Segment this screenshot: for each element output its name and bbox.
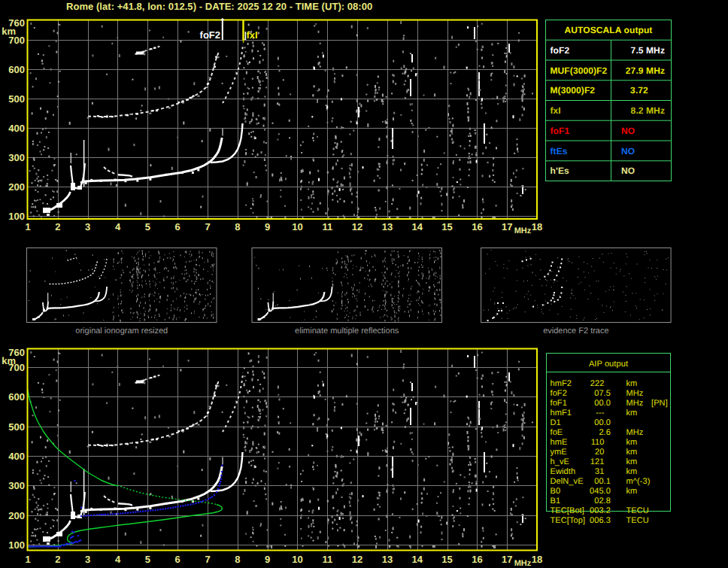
svg-text:AIP output: AIP output: [589, 360, 628, 369]
svg-text:7.5 MHz: 7.5 MHz: [631, 45, 665, 56]
svg-text:4: 4: [115, 554, 121, 565]
svg-text:fxI: fxI: [247, 29, 258, 41]
svg-text:km: km: [626, 409, 638, 418]
svg-text:17: 17: [502, 554, 512, 565]
svg-text:700: 700: [8, 362, 25, 373]
svg-text:00.1: 00.1: [594, 477, 611, 486]
svg-text:14: 14: [412, 554, 423, 565]
svg-text:12: 12: [352, 221, 362, 232]
svg-text:ftEs: ftEs: [551, 146, 568, 156]
svg-text:B0: B0: [551, 487, 561, 496]
svg-text:7: 7: [205, 554, 210, 565]
svg-text:km: km: [626, 438, 638, 447]
svg-text:500: 500: [8, 93, 25, 105]
svg-text:MHz: MHz: [514, 226, 532, 235]
svg-text:400: 400: [8, 451, 25, 462]
svg-text:2: 2: [55, 221, 60, 232]
svg-text:14: 14: [412, 221, 423, 232]
svg-text:NO: NO: [621, 126, 635, 136]
svg-text:original ionogram resized: original ionogram resized: [75, 327, 168, 336]
svg-text:300: 300: [8, 152, 25, 163]
svg-text:300: 300: [8, 480, 25, 491]
svg-text:DelN_vE: DelN_vE: [551, 477, 584, 486]
svg-text:fxI: fxI: [551, 105, 561, 116]
svg-text:200: 200: [8, 181, 25, 193]
svg-text:[PN]: [PN]: [651, 399, 668, 408]
svg-text:MHz: MHz: [626, 428, 644, 437]
svg-text:400: 400: [8, 123, 25, 134]
svg-text:km: km: [626, 457, 638, 466]
svg-text:12: 12: [352, 554, 362, 565]
svg-text:100: 100: [8, 539, 25, 551]
svg-text:---: ---: [596, 409, 605, 418]
svg-text:hmF2: hmF2: [551, 379, 572, 388]
svg-text:2.6: 2.6: [599, 428, 611, 437]
svg-text:NO: NO: [621, 146, 635, 156]
svg-text:9: 9: [265, 221, 270, 232]
svg-text:foF2: foF2: [551, 45, 570, 56]
svg-text:hmE: hmE: [551, 438, 568, 447]
svg-text:Ewidth: Ewidth: [551, 467, 576, 476]
svg-text:045.0: 045.0: [590, 487, 611, 496]
svg-text:00.0: 00.0: [594, 418, 611, 427]
svg-text:foF1: foF1: [551, 126, 570, 136]
svg-text:9: 9: [265, 554, 270, 565]
svg-text:km: km: [626, 448, 638, 457]
svg-text:222: 222: [590, 379, 605, 388]
svg-text:3: 3: [85, 221, 90, 232]
svg-text:11: 11: [322, 221, 332, 232]
svg-text:8.2 MHz: 8.2 MHz: [631, 105, 665, 116]
svg-text:foF2: foF2: [200, 29, 220, 41]
svg-text:2: 2: [55, 554, 60, 565]
svg-text:18: 18: [532, 221, 542, 232]
svg-text:ymE: ymE: [551, 448, 567, 457]
svg-text:foF2: foF2: [551, 389, 567, 398]
svg-text:MHz: MHz: [514, 559, 532, 568]
svg-text:h_vE: h_vE: [551, 457, 569, 466]
svg-text:km: km: [626, 487, 638, 496]
svg-text:600: 600: [8, 391, 25, 402]
svg-text:17: 17: [502, 221, 512, 232]
svg-text:m^(-3): m^(-3): [626, 477, 651, 486]
svg-text:hmF1: hmF1: [551, 409, 572, 418]
svg-text:15: 15: [441, 554, 452, 565]
svg-text:foE: foE: [551, 428, 563, 437]
svg-text:20: 20: [595, 448, 604, 457]
svg-text:16: 16: [472, 554, 482, 565]
svg-text:27.9 MHz: 27.9 MHz: [626, 65, 665, 76]
svg-text:km: km: [626, 379, 638, 388]
svg-text:TEC[Top]: TEC[Top]: [551, 516, 586, 525]
svg-text:700: 700: [8, 35, 25, 46]
svg-text:5: 5: [145, 554, 150, 565]
svg-text:M(3000)F2: M(3000)F2: [551, 85, 596, 96]
svg-text:TECU: TECU: [626, 506, 649, 515]
svg-text:18: 18: [532, 554, 542, 565]
svg-text:200: 200: [8, 510, 25, 521]
svg-text:16: 16: [472, 221, 482, 232]
svg-text:MHz: MHz: [626, 389, 644, 398]
svg-text:02.8: 02.8: [594, 497, 611, 506]
svg-text:AUTOSCALA output: AUTOSCALA output: [565, 25, 653, 35]
svg-text:MUF(3000)F2: MUF(3000)F2: [551, 65, 608, 76]
svg-text:Rome (lat: +41.8, lon: 012.5): Rome (lat: +41.8, lon: 012.5) - DATE: 20…: [66, 1, 372, 12]
svg-text:7: 7: [205, 221, 210, 232]
svg-text:1: 1: [25, 221, 30, 232]
svg-text:003.2: 003.2: [590, 506, 611, 515]
svg-text:TEC[Bot]: TEC[Bot]: [551, 506, 584, 515]
svg-text:4: 4: [115, 221, 121, 232]
svg-text:110: 110: [591, 438, 605, 447]
svg-text:00.0: 00.0: [594, 399, 611, 408]
svg-text:TECU: TECU: [626, 516, 649, 525]
svg-text:500: 500: [8, 421, 25, 433]
svg-text:10: 10: [292, 221, 302, 232]
svg-text:3.72: 3.72: [630, 85, 648, 96]
svg-text:006.3: 006.3: [590, 516, 611, 525]
svg-text:10: 10: [292, 554, 302, 565]
svg-text:B1: B1: [551, 497, 561, 506]
svg-text:31: 31: [595, 467, 604, 476]
svg-text:NO: NO: [621, 166, 635, 176]
svg-text:121: 121: [590, 457, 605, 466]
svg-text:eliminate multiple reflections: eliminate multiple reflections: [295, 327, 399, 336]
svg-text:D1: D1: [551, 418, 561, 427]
svg-text:1: 1: [25, 554, 30, 565]
